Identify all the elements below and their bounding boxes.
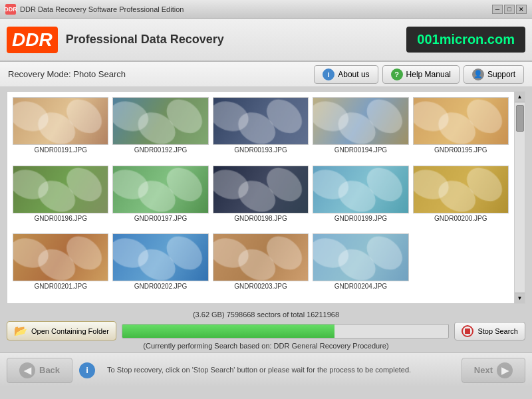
photo-label: GNDR00191.JPG [34, 146, 86, 154]
next-arrow-icon: ▶ [497, 362, 513, 378]
back-arrow-icon: ◀ [19, 362, 35, 378]
list-item[interactable]: GNDR00196.JPG [13, 166, 108, 230]
open-folder-button[interactable]: 📂 Open Containing Folder [7, 321, 116, 340]
photo-thumbnail [112, 166, 208, 213]
window-title: DDR Data Recovery Software Professional … [20, 5, 492, 13]
stop-search-button[interactable]: Stop Search [454, 322, 525, 340]
list-item[interactable]: GNDR00193.JPG [213, 97, 309, 162]
nav-info-icon: i [79, 362, 95, 378]
photo-label: GNDR00203.JPG [234, 283, 287, 290]
photo-thumbnail [213, 233, 309, 281]
photo-label: GNDR00200.JPG [434, 215, 487, 222]
list-item[interactable]: GNDR00202.JPG [112, 233, 208, 298]
support-icon: 👤 [472, 68, 484, 80]
progress-fill [122, 325, 334, 338]
list-item[interactable]: GNDR00192.JPG [112, 97, 208, 162]
photo-label: GNDR00197.JPG [134, 215, 187, 222]
app-header: DDR Professional Data Recovery 001micron… [0, 19, 532, 62]
minimize-button[interactable]: ─ [492, 5, 503, 14]
list-item[interactable]: GNDR00194.JPG [313, 97, 408, 162]
photo-label: GNDR00193.JPG [234, 146, 287, 154]
scroll-thumb[interactable] [516, 105, 524, 132]
help-manual-button[interactable]: ? Help Manual [382, 65, 460, 84]
title-bar: DDR DDR Data Recovery Software Professio… [0, 0, 532, 19]
photo-thumbnail [413, 166, 509, 213]
photo-label: GNDR00201.JPG [34, 283, 86, 290]
photo-thumbnail [13, 233, 108, 281]
scroll-up-button[interactable]: ▲ [515, 92, 525, 102]
close-button[interactable]: ✕ [516, 5, 527, 14]
list-item[interactable]: GNDR00201.JPG [13, 233, 108, 298]
photo-grid[interactable]: GNDR00191.JPGGNDR00192.JPGGNDR00193.JPGG… [7, 92, 514, 303]
nav-bar: ◀ Back i To Stop recovery, click on 'Sto… [0, 352, 532, 387]
support-button[interactable]: 👤 Support [464, 65, 524, 84]
domain-badge: 001micron.com [406, 27, 525, 53]
photo-gallery: GNDR00191.JPGGNDR00192.JPGGNDR00193.JPGG… [7, 91, 525, 304]
status-bar: (3.62 GB) 7598668 sectors of total 16211… [0, 308, 532, 352]
photo-thumbnail [13, 97, 108, 145]
photo-label: GNDR00199.JPG [334, 215, 387, 222]
app-icon: DDR [5, 4, 16, 15]
progress-row: 📂 Open Containing Folder Stop Search [7, 321, 525, 340]
help-icon: ? [391, 68, 403, 80]
list-item[interactable]: GNDR00203.JPG [213, 233, 309, 298]
photo-label: GNDR00192.JPG [134, 146, 187, 154]
photo-label: GNDR00194.JPG [334, 146, 387, 154]
photo-label: GNDR00196.JPG [34, 215, 86, 222]
photo-thumbnail [313, 233, 408, 281]
photo-thumbnail [112, 233, 208, 281]
photo-label: GNDR00195.JPG [434, 146, 487, 154]
about-us-button[interactable]: i About us [314, 65, 378, 84]
list-item[interactable]: GNDR00197.JPG [112, 166, 208, 230]
photo-label: GNDR00202.JPG [134, 283, 187, 290]
stop-square [465, 329, 470, 334]
logo: DDR [7, 27, 58, 53]
photo-thumbnail [213, 166, 309, 213]
status-text: (3.62 GB) 7598668 sectors of total 16211… [7, 311, 525, 319]
maximize-button[interactable]: □ [504, 5, 515, 14]
list-item[interactable]: GNDR00204.JPG [313, 233, 408, 298]
photo-label: GNDR00198.JPG [234, 215, 287, 222]
scroll-down-button[interactable]: ▼ [515, 293, 525, 303]
recovery-mode-label: Recovery Mode: Photo Search [8, 69, 310, 79]
progress-bar [122, 324, 450, 338]
photo-thumbnail [413, 97, 509, 145]
scrollbar[interactable]: ▲ ▼ [514, 92, 525, 303]
list-item[interactable]: GNDR00195.JPG [413, 97, 509, 162]
nav-message: To Stop recovery, click on 'Stop Search'… [102, 365, 455, 374]
list-item[interactable]: GNDR00198.JPG [213, 166, 309, 230]
search-basis-text: (Currently performing Search based on: D… [7, 340, 525, 351]
app-title: Professional Data Recovery [66, 33, 407, 47]
folder-icon: 📂 [14, 325, 27, 337]
list-item[interactable]: GNDR00199.JPG [313, 166, 408, 230]
photo-thumbnail [313, 97, 408, 145]
photo-thumbnail [13, 166, 108, 213]
list-item[interactable]: GNDR00191.JPG [13, 97, 108, 162]
stop-icon [462, 325, 473, 337]
back-button[interactable]: ◀ Back [7, 358, 72, 383]
photo-label: GNDR00204.JPG [334, 283, 387, 290]
next-button[interactable]: Next ▶ [462, 358, 525, 383]
window-controls: ─ □ ✕ [492, 5, 527, 14]
list-item[interactable]: GNDR00200.JPG [413, 166, 509, 230]
toolbar: Recovery Mode: Photo Search i About us ?… [0, 62, 532, 87]
photo-thumbnail [213, 97, 309, 145]
info-icon: i [323, 68, 334, 80]
photo-thumbnail [112, 97, 208, 145]
photo-thumbnail [313, 166, 408, 213]
